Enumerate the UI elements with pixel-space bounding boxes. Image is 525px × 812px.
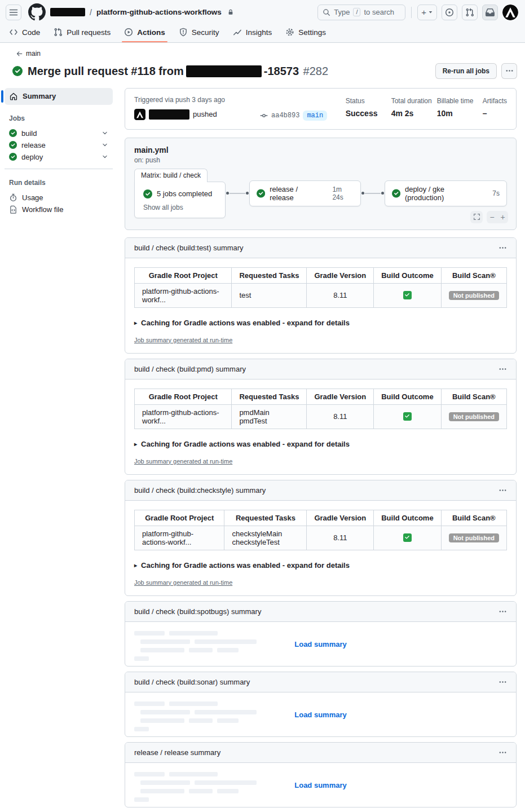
card-title: release / release summary (134, 748, 220, 757)
shield-icon (179, 28, 188, 37)
run-options-kebab-button[interactable] (501, 63, 517, 79)
sidebar-job-build[interactable]: build (5, 127, 113, 139)
pushed-label: pushed (193, 110, 217, 118)
gear-icon (285, 28, 294, 37)
generated-note-link[interactable]: Job summary generated at run-time (134, 458, 232, 465)
graph-fullscreen-button[interactable] (470, 211, 483, 223)
commit-sha-link[interactable]: aa4b893 (271, 112, 299, 120)
graph-zoom-in-button[interactable]: + (497, 211, 508, 223)
sidebar-job-deploy[interactable]: deploy (5, 151, 113, 163)
matrix-tab-label[interactable]: Matrix: build / check (134, 169, 208, 182)
tab-actions[interactable]: Actions (120, 24, 170, 42)
cell-outcome (374, 526, 441, 550)
load-summary-link[interactable]: Load summary (125, 780, 516, 789)
slash-key-hint: / (353, 8, 360, 16)
github-logo-icon[interactable] (28, 3, 46, 21)
back-to-workflow-link[interactable]: main (16, 50, 41, 58)
tab-security[interactable]: Security (174, 24, 224, 42)
graph-node-release[interactable]: release / release 1m 24s (249, 180, 361, 206)
kebab-horizontal-icon[interactable] (498, 607, 507, 616)
stat-billable-time: Billable time 10m (437, 97, 483, 121)
branch-badge[interactable]: main (303, 111, 327, 121)
generated-note-link[interactable]: Job summary generated at run-time (134, 579, 232, 586)
sidebar-item-usage[interactable]: Usage (5, 192, 113, 204)
commit-icon (260, 112, 268, 120)
cell-project: platform-github-actions-workf... (135, 404, 232, 429)
actor-avatar[interactable] (134, 109, 145, 120)
matrix-group-node[interactable]: Matrix: build / check 5 jobs completed S… (134, 169, 226, 218)
pull-requests-button[interactable] (462, 5, 478, 20)
search-placeholder-pre: Type (334, 8, 350, 16)
run-number: #282 (303, 65, 329, 77)
usage-label: Usage (22, 193, 43, 202)
run-header: main Merge pull request #118 from-18573 … (0, 43, 525, 79)
kebab-horizontal-icon[interactable] (498, 244, 507, 252)
org-name-redacted[interactable] (50, 8, 85, 16)
breadcrumb-repo-link[interactable]: platform-github-actions-workflows (96, 8, 222, 16)
cell-tasks: test (232, 283, 307, 307)
minus-icon: − (489, 213, 494, 222)
sidebar-item-summary[interactable]: Summary (5, 88, 113, 105)
kebab-horizontal-icon[interactable] (498, 486, 507, 495)
triangle-right-icon: ▸ (134, 320, 137, 326)
job-label: release (21, 141, 46, 149)
inbox-icon (486, 8, 495, 17)
col-header: Gradle Version (307, 389, 374, 404)
workflow-file-name: main.yml (134, 145, 507, 155)
load-summary-link[interactable]: Load summary (125, 710, 516, 718)
caching-details-toggle[interactable]: ▸ Caching for Gradle actions was enabled… (134, 319, 507, 327)
load-summary-link[interactable]: Load summary (125, 639, 516, 648)
search-input[interactable]: Type / to search (317, 5, 405, 20)
actor-name-redacted[interactable] (149, 109, 189, 120)
col-header: Build Scan® (441, 510, 506, 526)
tab-insights[interactable]: Insights (228, 24, 277, 42)
cell-scan: Not published (441, 283, 506, 307)
success-check-circle-icon (12, 66, 23, 76)
show-all-jobs-link[interactable]: Show all jobs (143, 204, 217, 211)
gradle-summary-table: Gradle Root Project Requested Tasks Grad… (134, 267, 507, 308)
repo-nav-tabs: Code Pull requests Actions Security Insi… (0, 23, 525, 42)
tab-settings[interactable]: Settings (281, 24, 330, 42)
graph-connector (361, 192, 385, 195)
sidebar-item-workflow-file[interactable]: Workflow file (5, 204, 113, 215)
chevron-down-icon[interactable] (102, 142, 108, 148)
stat-value: 10m (437, 109, 483, 118)
graph-node-deploy[interactable]: deploy / gke (production) 7s (385, 180, 507, 206)
run-title-prefix: Merge pull request #118 from (28, 65, 184, 77)
run-sidebar: Summary Jobs build release deploy Run de… (0, 88, 113, 215)
chevron-down-icon[interactable] (102, 153, 108, 160)
success-check-circle-icon (257, 189, 265, 198)
inbox-button[interactable] (482, 5, 498, 20)
user-avatar[interactable] (502, 5, 518, 20)
col-header: Build Scan® (441, 389, 506, 404)
hamburger-menu-button[interactable] (6, 5, 21, 20)
hamburger-icon (9, 8, 18, 17)
graph-zoom-out-button[interactable]: − (487, 211, 497, 223)
search-placeholder-post: to search (364, 8, 394, 16)
triangle-right-icon: ▸ (134, 562, 137, 568)
chevron-down-icon[interactable] (102, 130, 108, 136)
header-divider (411, 7, 412, 18)
tab-label: Settings (298, 28, 326, 37)
col-header: Requested Tasks (232, 389, 307, 404)
gradle-summary-table: Gradle Root Project Requested Tasks Grad… (134, 510, 507, 550)
tab-pull-requests[interactable]: Pull requests (49, 24, 115, 42)
cell-tasks: pmdMain pmdTest (232, 404, 307, 429)
stat-value: 4m 2s (391, 109, 437, 118)
breadcrumb-separator: / (90, 8, 92, 17)
workflow-file-icon (9, 205, 17, 214)
kebab-horizontal-icon[interactable] (498, 678, 507, 686)
generated-note-link[interactable]: Job summary generated at run-time (134, 337, 232, 343)
job-summary-card-build-spotbugs: build / check (build:spotbugs) summary L… (125, 601, 517, 667)
tab-code[interactable]: Code (5, 24, 45, 42)
rerun-all-jobs-button[interactable]: Re-run all jobs (435, 63, 497, 79)
sidebar-job-release[interactable]: release (5, 139, 113, 151)
kebab-horizontal-icon[interactable] (498, 365, 507, 373)
caching-details-toggle[interactable]: ▸ Caching for Gradle actions was enabled… (134, 561, 507, 570)
workflow-trigger-event: on: push (134, 156, 507, 164)
plus-icon: + (500, 213, 505, 222)
caching-details-toggle[interactable]: ▸ Caching for Gradle actions was enabled… (134, 440, 507, 448)
create-new-button[interactable]: + (417, 5, 437, 20)
issues-button[interactable] (442, 5, 457, 20)
kebab-horizontal-icon[interactable] (498, 748, 507, 757)
